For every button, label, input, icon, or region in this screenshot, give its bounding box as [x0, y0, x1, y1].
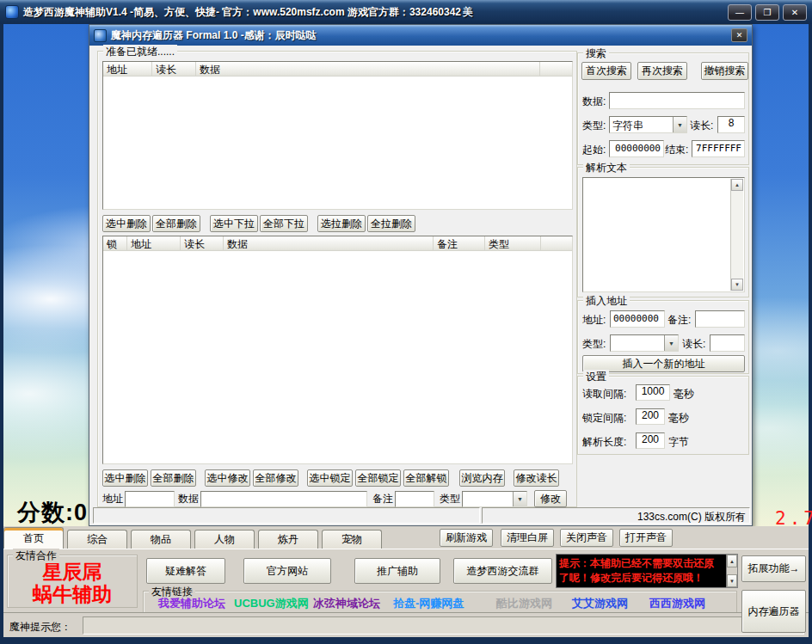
pulldelete-all-button[interactable]: 全拉删除 [367, 215, 415, 232]
chevron-down-icon[interactable]: ▼ [673, 117, 686, 132]
pulldown-all-button[interactable]: 全部下拉 [260, 215, 308, 232]
unlock-all-button[interactable]: 全部解锁 [403, 469, 449, 487]
search-group-label: 搜索 [583, 46, 609, 61]
column-header[interactable]: 地址 [127, 236, 181, 250]
mute-sound-button[interactable]: 关闭声音 [560, 529, 613, 547]
link-item[interactable]: 酷比游戏网 [496, 596, 552, 611]
minimize-button[interactable]: — [728, 4, 752, 21]
link-item[interactable]: 西西游戏网 [649, 596, 705, 611]
tab-character[interactable]: 人物 [194, 530, 255, 549]
data-input[interactable] [200, 491, 367, 507]
link-item[interactable]: UCBUG游戏网 [234, 596, 309, 611]
search-results-table[interactable]: 地址 读长 数据 [102, 61, 573, 210]
next-search-button[interactable]: 再次搜索 [637, 62, 687, 80]
qa-button[interactable]: 疑难解答 [146, 558, 225, 584]
type-dropdown[interactable]: ▼ [462, 491, 527, 507]
settings-group-label: 设置 [583, 370, 609, 384]
insert-addr-input[interactable]: 00000000 [610, 310, 665, 328]
first-search-button[interactable]: 首次搜索 [581, 62, 631, 80]
column-header[interactable]: 锁 [103, 236, 127, 250]
clear-whitescreen-button[interactable]: 清理白屏 [501, 529, 554, 547]
search-start-input[interactable]: 00000000 [609, 140, 664, 157]
column-header[interactable]: 地址 [103, 62, 152, 76]
main-statusbar: 魔神提示您： [3, 612, 809, 637]
refresh-game-button[interactable]: 刷新游戏 [440, 529, 493, 547]
pulldelete-selected-button[interactable]: 选拉删除 [317, 215, 366, 232]
link-item[interactable]: 拾盘-网赚网盘 [393, 596, 464, 611]
memory-scanner-button[interactable]: 内存遍历器 [741, 590, 806, 633]
dialog-statusbar: 133cs.com(C) 版权所有 [93, 507, 750, 524]
parse-length-unit: 字节 [668, 435, 689, 450]
insert-readlen-input[interactable] [710, 334, 745, 352]
modify-button[interactable]: 修改 [534, 490, 567, 507]
search-readlen-input[interactable]: 8 [717, 116, 745, 133]
search-type-dropdown[interactable]: 字符串 ▼ [609, 116, 687, 133]
pulldown-selected-button[interactable]: 选中下拉 [210, 215, 258, 232]
delete-all-button[interactable]: 全部删除 [151, 469, 196, 487]
chevron-down-icon[interactable]: ▼ [664, 335, 678, 351]
address-input[interactable] [125, 491, 175, 507]
note-input[interactable] [395, 491, 434, 507]
search-end-input[interactable]: 7FFFFFFF [692, 140, 745, 157]
tab-alchemy[interactable]: 炼丹 [258, 530, 318, 549]
edit-readlen-button[interactable]: 修改读长 [514, 469, 559, 487]
modify-selected-button[interactable]: 选中修改 [205, 469, 250, 487]
expand-features-button[interactable]: 拓展功能→ [741, 555, 806, 582]
tab-pets[interactable]: 宠物 [322, 530, 382, 549]
app-window: 造梦西游魔神辅助V1.4 -简易、方便、快捷- 官方：www.520msfz.c… [0, 0, 812, 644]
read-interval-label: 读取间隔: [582, 387, 626, 402]
official-site-button[interactable]: 官方网站 [243, 558, 331, 584]
lock-selected-button[interactable]: 选中锁定 [307, 469, 353, 487]
data-label: 数据 [178, 492, 199, 506]
read-interval-unit: 毫秒 [674, 387, 694, 402]
tab-general[interactable]: 综合 [67, 530, 127, 549]
browse-memory-button[interactable]: 浏览内存 [459, 469, 505, 487]
scroll-down-icon[interactable]: ▼ [731, 279, 743, 291]
dialog-close-button[interactable]: ✕ [731, 28, 747, 42]
column-header[interactable]: 类型 [485, 236, 541, 250]
read-interval-input[interactable]: 1000 [636, 384, 670, 401]
chevron-down-icon[interactable]: ▼ [513, 492, 526, 506]
delete-selected-button[interactable]: 选中删除 [102, 469, 148, 487]
tab-items[interactable]: 物品 [131, 530, 191, 549]
table2-header: 锁 地址 读长 数据 备注 类型 [103, 236, 572, 251]
maximize-button[interactable]: ❐ [755, 4, 779, 21]
delete-selected-button[interactable]: 选中删除 [102, 215, 151, 232]
tab-home[interactable]: 首页 [3, 527, 64, 549]
link-item[interactable]: 艾艾游戏网 [572, 596, 628, 611]
search-data-input[interactable] [609, 92, 745, 109]
search-readlen-label: 读长: [690, 119, 713, 133]
column-header[interactable]: 读长 [152, 62, 196, 76]
promote-button[interactable]: 推广辅助 [354, 558, 440, 584]
lock-interval-input[interactable]: 200 [636, 408, 665, 425]
notice-scrollbar[interactable]: ▲ ▼ [726, 555, 737, 587]
close-button[interactable]: ✕ [783, 4, 807, 21]
window-title: 造梦西游魔神辅助V1.4 -简易、方便、快捷- 官方：www.520msfz.c… [23, 5, 461, 20]
column-header[interactable]: 数据 [224, 236, 434, 250]
column-header[interactable]: 备注 [434, 236, 485, 250]
insert-note-input[interactable] [695, 310, 745, 328]
parse-textarea[interactable]: ▲ ▼ [582, 177, 745, 292]
scroll-up-icon[interactable]: ▲ [731, 179, 743, 191]
scroll-down-icon[interactable]: ▼ [727, 574, 737, 587]
modify-all-button[interactable]: 全部修改 [253, 469, 298, 487]
insert-readlen-label: 读长: [682, 337, 705, 352]
status-label: 魔神提示您： [9, 620, 71, 635]
qq-group-button[interactable]: 造梦西游交流群 [453, 558, 552, 584]
delete-all-button[interactable]: 全部删除 [152, 215, 200, 232]
locked-address-table[interactable]: 锁 地址 读长 数据 备注 类型 [102, 236, 573, 464]
dialog-titlebar[interactable]: 魔神内存遍历器 Formal 1.0 -感谢：辰时哒哒 ✕ [89, 25, 752, 46]
caption-buttons: — ❐ ✕ [728, 4, 807, 21]
scrollbar[interactable]: ▲ ▼ [730, 179, 743, 291]
link-item[interactable]: 冰弦神域论坛 [313, 596, 380, 611]
column-header[interactable]: 读长 [181, 236, 224, 250]
column-header[interactable]: 数据 [196, 62, 540, 76]
insert-type-dropdown[interactable]: ▼ [610, 334, 679, 352]
parse-length-input[interactable]: 200 [636, 432, 665, 449]
scroll-up-icon[interactable]: ▲ [727, 555, 737, 567]
lock-all-button[interactable]: 全部锁定 [355, 469, 401, 487]
undo-search-button[interactable]: 撤销搜索 [701, 62, 748, 80]
open-sound-button[interactable]: 打开声音 [619, 529, 673, 547]
link-item[interactable]: 我爱辅助论坛 [158, 596, 225, 611]
search-type-label: 类型: [582, 119, 606, 133]
